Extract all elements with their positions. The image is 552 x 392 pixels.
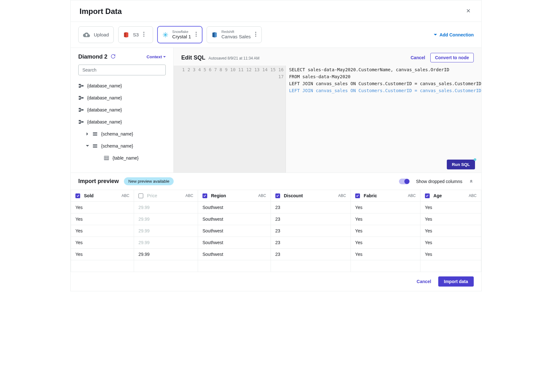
context-dropdown[interactable]: Context <box>147 54 166 59</box>
database-label: {database_name} <box>87 107 122 112</box>
more-icon[interactable] <box>254 31 257 38</box>
source-card-upload[interactable]: Upload <box>78 26 114 43</box>
cell-region: Southwest <box>198 237 271 249</box>
column-header[interactable]: RegionABC <box>198 190 271 202</box>
column-header[interactable]: PriceABC <box>134 190 198 202</box>
svg-point-8 <box>255 36 256 37</box>
table-item[interactable]: {table_name} <box>78 152 166 164</box>
add-connection-button[interactable]: Add Connection <box>434 32 474 37</box>
schema-label: {schema_name} <box>101 143 133 149</box>
svg-rect-27 <box>104 156 109 160</box>
run-sql-button[interactable]: Run SQL <box>447 160 475 169</box>
svg-point-5 <box>196 36 196 37</box>
svg-rect-16 <box>79 111 81 112</box>
close-icon <box>465 8 471 14</box>
refresh-icon[interactable] <box>111 54 116 60</box>
expand-icon[interactable] <box>469 178 474 184</box>
caret-right-icon <box>86 132 89 136</box>
cell-fabric: Yes <box>350 202 420 213</box>
cell-discount: 23 <box>271 237 350 249</box>
database-label: {database_name} <box>87 83 122 88</box>
cell-age: Yes <box>420 202 481 213</box>
cell-sold: Yes <box>71 249 134 260</box>
preview-title: Import preview <box>78 178 119 185</box>
show-dropped-toggle[interactable] <box>399 179 410 184</box>
close-button[interactable] <box>464 7 472 16</box>
cell-price: 29.99 <box>134 202 198 213</box>
new-preview-badge[interactable]: New preview available <box>124 177 174 185</box>
column-header[interactable]: SoldABC <box>71 190 134 202</box>
editor-cancel-button[interactable]: Cancel <box>411 55 425 60</box>
svg-rect-12 <box>79 96 81 98</box>
cell-price: 29.99 <box>134 237 198 249</box>
code-line: LEFT JOIN canvas_sales ON Customers.Cust… <box>289 80 481 87</box>
svg-point-4 <box>196 34 196 35</box>
column-checkbox[interactable] <box>425 193 430 198</box>
import-data-modal: Import Data Upload S3 Snowflake <box>70 0 482 291</box>
column-checkbox[interactable] <box>355 193 360 198</box>
cell-discount: 23 <box>271 249 350 260</box>
column-header[interactable]: FabricABC <box>350 190 420 202</box>
svg-point-0 <box>143 32 144 33</box>
svg-rect-25 <box>93 146 97 146</box>
schema-item[interactable]: {schema_name} <box>78 140 166 152</box>
table-row <box>71 260 481 272</box>
code-line: FROM sales-data-May2020 <box>289 73 481 80</box>
database-item[interactable]: {database_name} <box>78 104 166 116</box>
caret-down-icon <box>163 56 166 58</box>
cell-age: Yes <box>420 225 481 237</box>
cell-age: Yes <box>420 249 481 260</box>
column-name: Age <box>433 193 442 198</box>
database-item[interactable]: {database_name} <box>78 80 166 92</box>
source-card-redshift[interactable]: Redshift Canvas Sales <box>207 26 262 43</box>
cell-region: Southwest <box>198 213 271 225</box>
source-card-snowflake[interactable]: Snowflake Crystal 1 <box>157 26 202 43</box>
table-row: Yes29.99Southwest23YesYes <box>71 213 481 225</box>
column-name: Region <box>211 193 226 198</box>
svg-point-6 <box>255 32 256 33</box>
database-label: {database_name} <box>87 119 122 124</box>
svg-rect-19 <box>79 123 81 124</box>
column-header[interactable]: DiscountABC <box>271 190 350 202</box>
cell-sold: Yes <box>71 213 134 225</box>
svg-rect-18 <box>79 120 81 122</box>
cell-discount: 23 <box>271 213 350 225</box>
schema-item[interactable]: {schema_name} <box>78 128 166 140</box>
footer-cancel-button[interactable]: Cancel <box>417 279 431 284</box>
svg-point-3 <box>196 32 196 33</box>
column-type: ABC <box>185 193 193 198</box>
column-checkbox[interactable] <box>275 193 280 198</box>
import-data-button[interactable]: Import data <box>438 276 474 287</box>
cell-sold: Yes <box>71 237 134 249</box>
more-icon[interactable] <box>143 31 145 38</box>
cell-discount: 23 <box>271 225 350 237</box>
table-label: {table_name} <box>112 155 139 161</box>
cell-fabric: Yes <box>350 249 420 260</box>
column-type: ABC <box>121 193 129 198</box>
database-item[interactable]: {database_name} <box>78 116 166 128</box>
s3-icon <box>123 32 129 38</box>
column-header[interactable]: AgeABC <box>420 190 481 202</box>
database-sidebar: Diamond 2 Context {database_name}{databa… <box>71 48 174 173</box>
source-card-label: S3 <box>133 32 139 38</box>
database-item[interactable]: {database_name} <box>78 92 166 104</box>
svg-rect-21 <box>93 132 97 133</box>
column-checkbox[interactable] <box>138 193 143 198</box>
cell-age: Yes <box>420 213 481 225</box>
editor-title: Edit SQL <box>181 54 205 61</box>
cell-age: Yes <box>420 237 481 249</box>
column-type: ABC <box>469 193 477 198</box>
svg-point-7 <box>255 34 256 35</box>
code-line: LEFT JOIN canvas_sales ON Customers.Cust… <box>289 87 481 94</box>
cell-price: 29.99 <box>134 213 198 225</box>
search-input[interactable] <box>78 65 166 75</box>
column-checkbox[interactable] <box>202 193 207 198</box>
convert-to-node-button[interactable]: Convert to node <box>430 53 474 62</box>
svg-point-2 <box>143 36 144 37</box>
source-card-s3[interactable]: S3 <box>118 26 153 43</box>
column-checkbox[interactable] <box>75 193 80 198</box>
more-icon[interactable] <box>195 31 197 38</box>
preview-table: SoldABCPriceABCRegionABCDiscountABCFabri… <box>71 190 481 272</box>
sql-code-editor[interactable]: 1 2 3 4 5 6 7 8 9 10 11 12 13 14 15 16 1… <box>174 66 481 173</box>
code-content[interactable]: SELECT sales-data-May2020.CustomerName, … <box>286 66 481 173</box>
